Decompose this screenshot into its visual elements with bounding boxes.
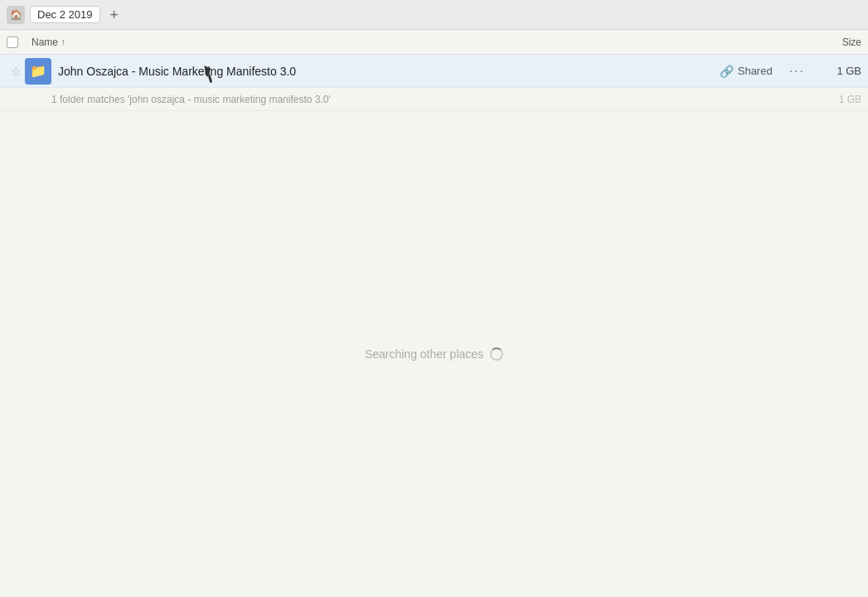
shared-label: Shared (738, 65, 773, 77)
select-all-checkbox-col (7, 36, 32, 48)
sort-arrow-icon: ↑ (61, 37, 65, 46)
more-options-button[interactable]: ··· (783, 64, 812, 79)
home-icon: 🏠 (10, 9, 22, 21)
file-name: John Oszajca - Music Marketing Manifesto… (58, 65, 720, 78)
searching-status: Searching other places (365, 347, 503, 361)
folder-icon: 📁 (25, 58, 51, 85)
sub-info-row: 1 folder matches 'john oszajca - music m… (0, 88, 868, 111)
file-row[interactable]: ☆ 📁 John Oszajca - Music Marketing Manif… (0, 55, 868, 88)
file-size: 1 GB (812, 65, 861, 77)
size-column-header: Size (795, 36, 861, 48)
name-column-header[interactable]: Name ↑ (32, 36, 795, 48)
link-icon: 🔗 (720, 65, 734, 78)
add-button[interactable]: + (105, 6, 124, 24)
folder-icon-glyph: 📁 (30, 63, 46, 79)
column-headers: Name ↑ Size (0, 30, 868, 55)
star-button[interactable]: ☆ (7, 65, 25, 78)
searching-label: Searching other places (365, 347, 483, 361)
name-label: Name (32, 36, 58, 48)
home-button[interactable]: 🏠 (7, 6, 25, 24)
shared-status: 🔗 Shared (720, 65, 773, 78)
sub-info-size: 1 GB (812, 94, 861, 105)
match-info-text: 1 folder matches 'john oszajca - music m… (51, 94, 812, 105)
select-all-checkbox[interactable] (7, 36, 18, 48)
breadcrumb[interactable]: Dec 2 2019 (30, 6, 100, 23)
top-bar: 🏠 Dec 2 2019 + (0, 0, 868, 30)
loading-spinner (490, 347, 503, 361)
main-content-area: Searching other places (0, 111, 868, 597)
